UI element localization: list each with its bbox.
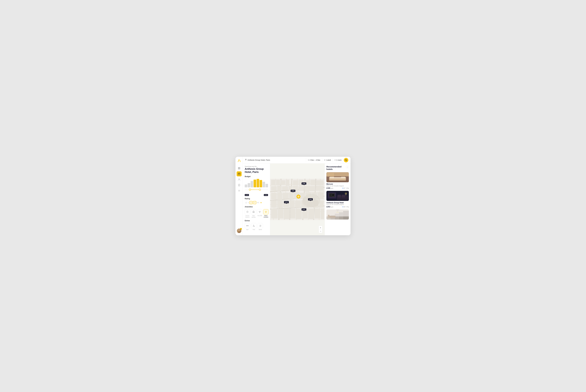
price-tag-253[interactable]: £253 — [290, 190, 296, 192]
sidebar-item-document[interactable] — [237, 182, 242, 188]
hotel-img-third — [326, 210, 349, 220]
hotel-rating-dist-anthesis: G 4.3 24kg — [342, 206, 349, 208]
amenity-label-parking: Free parking — [251, 215, 256, 218]
budget-slider[interactable] — [245, 188, 268, 192]
avatar[interactable]: 2 — [237, 228, 241, 233]
svg-rect-51 — [271, 180, 275, 185]
svg-rect-78 — [271, 200, 277, 208]
amenity-label-wifi: Free Wifi — [257, 215, 262, 216]
panel-collapse-button[interactable]: ‹ — [346, 166, 349, 168]
svg-rect-115 — [346, 194, 346, 196]
svg-rect-131 — [328, 215, 330, 218]
header-adults-filter[interactable]: 1 adult — [324, 159, 331, 161]
rating-num-3[interactable]: 3 — [253, 201, 256, 204]
budget-thumb-min[interactable] — [249, 189, 251, 191]
svg-rect-4 — [238, 173, 240, 175]
rating-num-5: 5 — [258, 202, 259, 204]
header-dates-filter[interactable]: 2 Dec – 4 Dec — [308, 159, 320, 161]
amenity-checkin[interactable]: 24 hour check-in — [245, 209, 250, 218]
amenity-box-wifi[interactable] — [257, 209, 262, 214]
svg-point-119 — [332, 194, 334, 196]
svg-rect-79 — [277, 200, 282, 208]
price-tag-106[interactable]: £106 — [302, 182, 306, 185]
price-tag-127[interactable]: £127 — [302, 208, 306, 210]
amenity-wifi[interactable]: Free Wifi — [257, 209, 262, 218]
zoom-in-button[interactable]: + — [319, 226, 322, 229]
extra-box-pool[interactable] — [251, 223, 256, 228]
amenity-box-checkin[interactable] — [245, 209, 250, 214]
svg-rect-55 — [271, 186, 277, 191]
budget-bar — [251, 181, 253, 187]
header-divider-2 — [322, 158, 322, 162]
hotel-card-anthesis[interactable]: Anthesis Group Hotel Paris Arc de Triomp… — [326, 191, 349, 208]
svg-rect-81 — [290, 200, 295, 208]
rating-num-2[interactable]: 2 — [249, 201, 252, 204]
panel-subtitle: Searching near the — [245, 166, 268, 167]
budget-thumb-max[interactable] — [259, 189, 261, 191]
extra-label-gym: Gym — [246, 229, 249, 230]
svg-point-8 — [238, 178, 239, 180]
app-logo — [237, 159, 241, 163]
svg-rect-70 — [277, 192, 282, 200]
hotel-card-mercure[interactable]: Mercure Paris Arc de Triomphe Wagram £10… — [326, 172, 349, 189]
hotel-price-anthesis: £253/night — [326, 206, 333, 208]
rating-label: Rating — [245, 198, 268, 200]
svg-rect-63 — [316, 180, 324, 185]
svg-point-129 — [336, 212, 339, 213]
amenity-box-meals[interactable] — [263, 209, 268, 214]
svg-rect-65 — [299, 186, 304, 191]
amenity-label-meals: Meals included — [263, 215, 268, 218]
price-tag-171[interactable]: £171 — [284, 201, 289, 203]
hotel-name-anthesis: Anthesis Group Hotel — [326, 202, 349, 204]
hotel-dist-anthesis: 24kg — [346, 206, 349, 208]
amenity-box-parking[interactable] — [251, 209, 256, 214]
budget-range — [250, 190, 260, 190]
svg-rect-3 — [239, 168, 240, 169]
avatar-badge: 2 — [240, 228, 242, 230]
star-outline-1[interactable] — [245, 201, 247, 204]
extra-box-gym[interactable] — [245, 223, 250, 228]
budget-chart — [245, 179, 268, 187]
svg-rect-2 — [238, 168, 239, 169]
hotel-name-mercure: Mercure — [326, 183, 349, 185]
sidebar-item-calendar[interactable] — [237, 171, 242, 176]
header-location-text: Anthesis Group Hotel, Paris — [247, 159, 270, 161]
google-g-icon: G — [342, 188, 343, 189]
sidebar-item-person[interactable] — [237, 177, 242, 182]
extra-sauna[interactable]: Sauna — [258, 223, 263, 230]
svg-rect-90 — [290, 208, 295, 218]
extra-pool[interactable]: Pool — [251, 223, 256, 230]
hotel-card-third[interactable] — [326, 210, 349, 220]
selected-pin — [297, 194, 301, 200]
header-location: Anthesis Group Hotel, Paris — [245, 159, 304, 161]
sidebar-nav — [237, 166, 242, 228]
svg-point-14 — [238, 229, 240, 231]
search-button[interactable] — [344, 158, 348, 162]
amenities-label: Amenities — [245, 206, 268, 208]
recommended-hotels-title: Recommended hotels — [326, 166, 346, 170]
budget-labels: £106 £154 — [245, 194, 268, 196]
sidebar: 2 — [235, 157, 243, 235]
price-tag-345[interactable]: £345 — [308, 198, 313, 200]
svg-rect-57 — [282, 186, 288, 190]
svg-rect-54 — [286, 180, 289, 186]
svg-rect-95 — [321, 208, 324, 219]
budget-bar — [262, 182, 265, 187]
zoom-out-button[interactable]: − — [319, 229, 322, 233]
map-area[interactable]: £106 £253 £345 £171 £127 — [270, 164, 325, 235]
svg-rect-87 — [271, 208, 277, 218]
svg-line-17 — [347, 160, 347, 161]
sidebar-item-settings[interactable] — [237, 188, 242, 193]
amenity-meals[interactable]: Meals included — [263, 209, 268, 218]
header-rooms-filter[interactable]: 1 room — [334, 159, 342, 161]
sidebar-item-grid[interactable] — [237, 166, 242, 171]
extra-gym[interactable]: Gym — [245, 223, 250, 230]
svg-rect-93 — [308, 208, 314, 219]
extra-box-sauna[interactable] — [258, 223, 263, 228]
location-icon — [245, 159, 247, 161]
budget-min-label: £106 — [245, 194, 249, 196]
amenity-parking[interactable]: Free parking — [251, 209, 256, 218]
header-divider-3 — [333, 158, 333, 162]
rating-stars: 1 2 3 4 5 ★ — [245, 201, 268, 204]
hotel-rating-dist-mercure: G 4.7 32kg — [342, 188, 349, 189]
